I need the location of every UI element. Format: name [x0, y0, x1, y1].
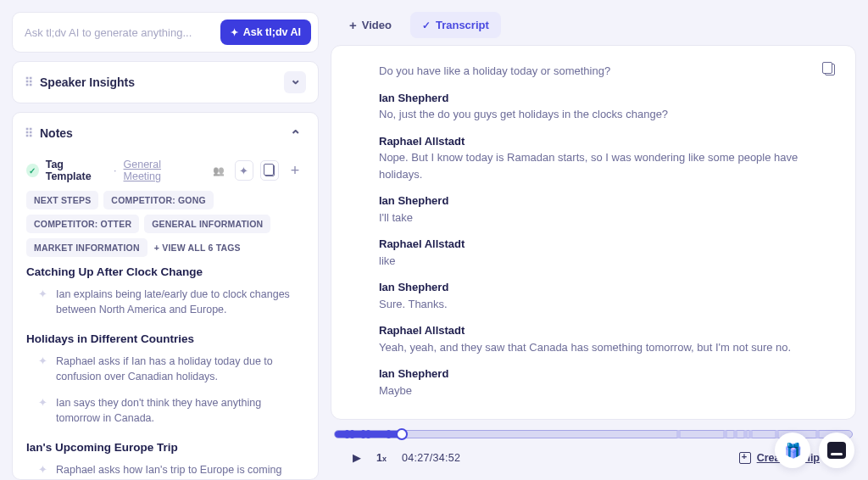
note-section: Holidays in Different Countries Raphael … [26, 332, 304, 433]
play-button[interactable] [353, 451, 361, 464]
tab-label: Video [362, 19, 392, 31]
tag-chip-row: NEXT STEPS COMPETITOR: GONG COMPETITOR: … [26, 191, 304, 257]
separator: · [114, 165, 116, 176]
gift-button[interactable] [775, 433, 810, 468]
note-section: Catching Up After Clock Change Ian expla… [26, 265, 304, 324]
playback-time: 04:27/34:52 [402, 452, 460, 464]
playback-speed[interactable]: 1x [376, 452, 387, 464]
transcript-text: Do you have like a holiday today or some… [379, 64, 610, 77]
transcript-text: No, just the do you guys get holidays in… [379, 108, 668, 120]
tag-template-row: Tag Template · General Meeting [26, 153, 304, 191]
transcript-text: I'll take [379, 211, 413, 224]
grip-icon [25, 126, 31, 140]
note-heading: Holidays in Different Countries [26, 332, 304, 345]
gift-icon [784, 442, 802, 460]
tag-chip[interactable]: MARKET INFORMATION [26, 238, 147, 257]
clip-icon [739, 452, 751, 464]
transcript-text: Yeah, yeah, and they saw that Canada has… [379, 341, 791, 354]
note-section: Ian's Upcoming Europe Trip Raphael asks … [26, 441, 304, 479]
tab-transcript[interactable]: Transcript [410, 12, 501, 38]
transcript-text: Maybe [379, 384, 412, 397]
ask-ai-button[interactable]: Ask tl;dv AI [220, 20, 311, 45]
tag-template-label: Tag Template [46, 159, 107, 182]
transcript-line[interactable]: Raphael Allstadt Yeah, yeah, and they sa… [379, 322, 808, 355]
transcript-line[interactable]: Ian Shepherd No, just the do you guys ge… [379, 90, 808, 123]
speed-x: x [382, 455, 387, 463]
transcript-line[interactable]: Ian Shepherd Sure. Thanks. [379, 279, 808, 312]
chevron-down-icon [290, 75, 301, 89]
tab-video[interactable]: Video [337, 12, 403, 38]
note-item[interactable]: Ian says they don't think they have anyt… [26, 392, 304, 433]
speaker-name: Ian Shepherd [379, 193, 808, 209]
speaker-name: Ian Shepherd [379, 90, 808, 107]
speaker-name: Raphael Allstadt [379, 133, 808, 150]
sparkle-icon [38, 354, 47, 384]
ai-search-input[interactable] [25, 26, 214, 39]
transcript-line[interactable]: Raphael Allstadt Nope. But I know today … [379, 133, 808, 183]
collapse-notes-button[interactable] [284, 122, 306, 144]
chevron-up-icon [290, 126, 301, 140]
note-text: Raphael asks if Ian has a holiday today … [56, 354, 304, 384]
speaker-name: Ian Shepherd [379, 366, 808, 382]
note-text: Ian says they don't think they have anyt… [56, 395, 304, 426]
note-item[interactable]: Raphael asks if Ian has a holiday today … [26, 350, 304, 391]
speaker-name: Raphael Allstadt [379, 236, 808, 253]
note-text: Ian explains being late/early due to clo… [56, 287, 304, 317]
transcript-text: like [379, 254, 396, 267]
copy-transcript-button[interactable] [820, 59, 840, 80]
speaker-insights-panel: Speaker Insights [12, 61, 319, 103]
tab-label: Transcript [436, 19, 489, 31]
tag-chip[interactable]: COMPETITOR: OTTER [26, 215, 139, 233]
copy-notes-button[interactable] [260, 160, 279, 181]
sparkle-icon [38, 287, 47, 317]
magic-wand-button[interactable] [235, 160, 253, 181]
transcript-text: Sure. Thanks. [379, 298, 448, 310]
transcript-line[interactable]: Ian Shepherd I'll take [379, 193, 808, 226]
tab-row: Video Transcript [331, 12, 856, 45]
chat-icon [827, 442, 846, 459]
speed-value: 1 [376, 452, 382, 464]
notes-title: Notes [40, 126, 73, 140]
notes-header[interactable]: Notes [13, 113, 318, 153]
check-icon [422, 19, 431, 31]
transcript-card: Do you have like a holiday today or some… [331, 45, 856, 420]
speaker-insights-header[interactable]: Speaker Insights [13, 62, 318, 103]
note-item[interactable]: Ian explains being late/early due to clo… [26, 283, 304, 324]
sparkle-icon [38, 462, 47, 479]
check-circle-icon [26, 164, 39, 177]
template-link[interactable]: General Meeting [124, 159, 196, 182]
floating-buttons [775, 433, 854, 468]
transcript-text: Nope. But I know today is Ramadan starts… [379, 151, 798, 181]
expand-speaker-insights-button[interactable] [284, 71, 306, 93]
ask-ai-label: Ask tl;dv AI [243, 26, 301, 38]
speaker-name: Ian Shepherd [379, 279, 808, 296]
sparkle-icon [38, 395, 47, 426]
people-icon[interactable] [209, 160, 227, 181]
add-note-button[interactable] [286, 160, 304, 181]
plus-icon [349, 18, 357, 32]
note-heading: Ian's Upcoming Europe Trip [26, 441, 304, 454]
transcript-line[interactable]: Do you have like a holiday today or some… [379, 63, 808, 80]
note-text: Raphael asks how Ian's trip to Europe is… [56, 462, 304, 479]
tag-chip[interactable]: GENERAL INFORMATION [144, 215, 270, 233]
transcript-line[interactable]: Raphael Allstadt like [379, 236, 808, 269]
note-item[interactable]: Raphael asks how Ian's trip to Europe is… [26, 459, 304, 479]
ai-search-bar: Ask tl;dv AI [12, 12, 319, 53]
notes-panel: Notes Tag Template · General Meeting [12, 112, 319, 480]
sparkle-icon [231, 26, 238, 38]
speaker-insights-title: Speaker Insights [40, 75, 135, 89]
grip-icon [25, 75, 31, 89]
tag-chip[interactable]: COMPETITOR: GONG [103, 191, 214, 209]
speaker-name: Raphael Allstadt [379, 322, 808, 339]
view-all-tags-link[interactable]: + VIEW ALL 6 TAGS [153, 238, 248, 257]
tag-chip[interactable]: NEXT STEPS [26, 191, 98, 209]
note-heading: Catching Up After Clock Change [26, 265, 304, 278]
intercom-chat-button[interactable] [819, 433, 854, 468]
transcript-line[interactable]: Ian Shepherd Maybe [379, 366, 808, 399]
